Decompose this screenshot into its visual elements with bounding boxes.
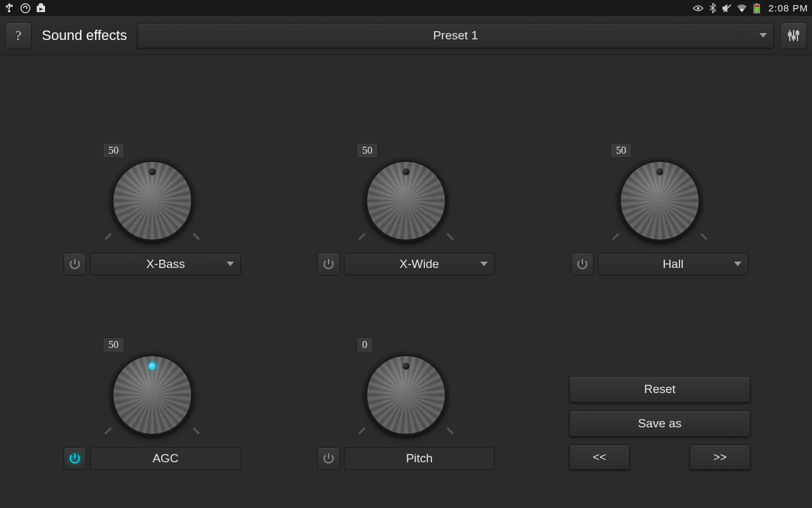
power-icon bbox=[69, 258, 81, 271]
effect-type-dropdown[interactable]: X-Wide bbox=[344, 253, 495, 276]
effects-grid: 50 X-Bass 50 X-W bbox=[0, 55, 812, 508]
help-button[interactable]: ? bbox=[5, 22, 32, 49]
knob-value: 50 bbox=[103, 337, 124, 352]
effect-label: AGC bbox=[90, 447, 241, 470]
power-icon bbox=[69, 452, 81, 465]
power-toggle[interactable] bbox=[317, 253, 340, 276]
effect-hall: 50 Hall bbox=[533, 81, 787, 276]
svg-point-1 bbox=[697, 6, 700, 9]
svg-rect-10 bbox=[792, 36, 795, 39]
svg-rect-12 bbox=[796, 32, 799, 34]
knob-dial[interactable] bbox=[365, 160, 447, 241]
wifi-icon bbox=[737, 3, 747, 13]
play-store-icon bbox=[36, 3, 46, 13]
android-status-bar: 2:08 PM bbox=[0, 0, 812, 16]
knob-value: 50 bbox=[610, 143, 632, 158]
effect-pitch: 0 Pitch bbox=[279, 276, 533, 471]
chevron-down-icon bbox=[226, 262, 234, 266]
mute-icon bbox=[722, 3, 733, 13]
svg-point-0 bbox=[21, 4, 30, 13]
power-toggle[interactable] bbox=[63, 253, 86, 276]
preset-dropdown[interactable]: Preset 1 bbox=[137, 23, 774, 48]
power-icon bbox=[322, 452, 335, 465]
app-toolbar: ? Sound effects Preset 1 bbox=[0, 16, 812, 55]
knob-value: 0 bbox=[357, 337, 373, 352]
power-icon bbox=[576, 258, 589, 271]
power-toggle[interactable] bbox=[571, 253, 594, 276]
power-icon bbox=[322, 258, 335, 271]
effect-agc: 50 AGC bbox=[25, 276, 279, 471]
battery-icon bbox=[751, 3, 762, 13]
knob-dial[interactable] bbox=[112, 160, 193, 241]
chevron-down-icon bbox=[480, 262, 488, 266]
equalizer-button[interactable] bbox=[780, 22, 807, 49]
eye-icon bbox=[693, 3, 704, 13]
prev-preset-button[interactable]: << bbox=[569, 444, 630, 470]
svg-rect-8 bbox=[789, 33, 791, 36]
sync-icon bbox=[20, 3, 30, 13]
effect-label: Pitch bbox=[344, 447, 495, 470]
knob-dial[interactable] bbox=[112, 354, 193, 436]
effect-xbass: 50 X-Bass bbox=[25, 81, 279, 276]
page-title: Sound effects bbox=[42, 27, 127, 44]
knob-dial[interactable] bbox=[365, 354, 447, 436]
effect-type-dropdown[interactable]: Hall bbox=[598, 253, 749, 276]
svg-rect-4 bbox=[756, 3, 758, 4]
sliders-icon bbox=[787, 29, 801, 43]
chevron-down-icon bbox=[734, 262, 742, 266]
knob-value: 50 bbox=[357, 143, 378, 158]
status-clock: 2:08 PM bbox=[768, 3, 808, 13]
chevron-down-icon bbox=[759, 33, 767, 37]
actions-cell: Reset Save as << >> bbox=[533, 276, 787, 471]
bluetooth-icon bbox=[707, 3, 718, 13]
next-preset-button[interactable]: >> bbox=[690, 444, 750, 470]
power-toggle[interactable] bbox=[63, 447, 86, 470]
knob-value: 50 bbox=[103, 143, 124, 158]
svg-rect-6 bbox=[754, 5, 759, 7]
svg-rect-5 bbox=[754, 7, 759, 13]
effect-type-dropdown[interactable]: X-Bass bbox=[90, 253, 241, 276]
effect-xwide: 50 X-Wide bbox=[279, 81, 533, 276]
knob-dial[interactable] bbox=[619, 160, 700, 241]
usb-icon bbox=[4, 3, 15, 13]
power-toggle[interactable] bbox=[317, 447, 340, 470]
reset-button[interactable]: Reset bbox=[569, 376, 750, 403]
preset-selected-label: Preset 1 bbox=[433, 29, 478, 43]
save-as-button[interactable]: Save as bbox=[569, 410, 750, 437]
